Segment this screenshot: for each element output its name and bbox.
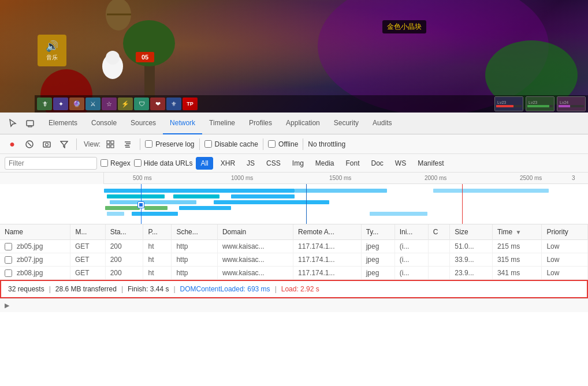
filter-css-button[interactable]: CSS: [262, 157, 285, 170]
cell-0-2: 200: [105, 240, 143, 253]
cell-0-4: http: [172, 240, 218, 253]
tab-application[interactable]: Application: [279, 113, 327, 134]
tick-2500: 2500 ms: [520, 175, 542, 181]
tick-2000: 2000 ms: [425, 175, 446, 181]
tick-3000: 3: [572, 175, 575, 181]
col-status[interactable]: Sta...: [105, 224, 143, 240]
grid-view-button[interactable]: [103, 137, 118, 152]
filter-xhr-button[interactable]: XHR: [217, 157, 239, 170]
disable-cache-group[interactable]: Disable cache: [204, 140, 258, 148]
hide-data-urls-checkbox[interactable]: [134, 159, 142, 167]
svg-rect-22: [559, 105, 570, 107]
cell-1-0: zb07.jpg: [0, 253, 70, 266]
cell-2-12: Low: [542, 267, 588, 280]
cell-1-4: http: [172, 253, 218, 267]
game-area: 05 金色小晶块 🔊 音乐 🗡 ✦ 🔮 ⚔ ☆ ⚡ 🛡 ❤ ⚜ TP Lv23: [0, 0, 588, 113]
capture-screenshot-button[interactable]: [39, 137, 54, 152]
network-table-container[interactable]: Name M... Sta... P... Sche... Domain Rem…: [0, 224, 588, 280]
device-toolbar-button[interactable]: [22, 115, 38, 132]
col-initiator[interactable]: Ini...: [395, 224, 428, 240]
clear-button[interactable]: [22, 137, 37, 152]
col-domain[interactable]: Domain: [217, 224, 293, 240]
cell-0-1: GET: [70, 240, 105, 253]
tab-console[interactable]: Console: [84, 113, 124, 134]
cell-1-1: GET: [70, 253, 105, 267]
cell-0-7: jpeg: [361, 240, 395, 253]
table-body: zb05.jpgGET200hthttpwww.kaisac...117.174…: [0, 240, 588, 280]
select-element-button[interactable]: [5, 115, 21, 132]
tab-audits[interactable]: Audits: [366, 113, 399, 134]
cell-0-9: [428, 240, 450, 253]
cell-2-6: 117.174.1...: [293, 267, 362, 280]
preserve-log-group[interactable]: Preserve log: [145, 140, 194, 148]
filter-img-button[interactable]: Img: [288, 157, 308, 170]
table-row[interactable]: zb08.jpgGET200hthttpwww.kaisac...117.174…: [0, 267, 588, 280]
network-table: Name M... Sta... P... Sche... Domain Rem…: [0, 224, 588, 280]
sound-icon[interactable]: 🔊 音乐: [38, 35, 66, 66]
cell-2-3: ht: [143, 267, 172, 280]
col-protocol[interactable]: P...: [143, 224, 172, 240]
col-method[interactable]: M...: [70, 224, 105, 240]
regex-group[interactable]: Regex: [101, 159, 131, 167]
svg-rect-24: [28, 126, 32, 127]
col-cookies[interactable]: C: [428, 224, 450, 240]
tab-timeline[interactable]: Timeline: [202, 113, 242, 134]
cell-2-0: zb08.jpg: [0, 267, 70, 279]
svg-rect-14: [496, 105, 513, 107]
preserve-log-checkbox[interactable]: [145, 140, 152, 148]
record-button[interactable]: ●: [5, 137, 20, 152]
row-checkbox[interactable]: [5, 256, 12, 264]
col-remote[interactable]: Remote A...: [293, 224, 362, 240]
filter-js-button[interactable]: JS: [243, 157, 259, 170]
cell-2-7: jpeg: [361, 267, 395, 280]
throttle-label: No throttling: [308, 140, 345, 148]
offline-group[interactable]: Offline: [268, 140, 298, 148]
col-name[interactable]: Name: [0, 224, 70, 240]
cell-1-8: (i...: [395, 253, 428, 267]
cell-2-8: (i...: [395, 267, 428, 280]
cell-1-7: jpeg: [361, 253, 395, 267]
hide-data-urls-group[interactable]: Hide data URLs: [134, 159, 193, 167]
cell-0-11: 215 ms: [492, 240, 542, 253]
filter-doc-button[interactable]: Doc: [367, 157, 388, 170]
filter-input[interactable]: [5, 157, 97, 170]
table-row[interactable]: zb05.jpgGET200hthttpwww.kaisac...117.174…: [0, 240, 588, 253]
row-checkbox[interactable]: [5, 269, 12, 277]
tick-500: 500 ms: [133, 175, 152, 181]
col-size[interactable]: Size: [450, 224, 493, 240]
tab-security[interactable]: Security: [327, 113, 366, 134]
toolbar-separator-4: [263, 138, 263, 150]
filter-ws-button[interactable]: WS: [391, 157, 410, 170]
waterfall-view-button[interactable]: [120, 137, 135, 152]
regex-checkbox[interactable]: [101, 159, 108, 167]
devtools-tabs: Elements Console Sources Network Timelin…: [0, 113, 588, 134]
table-row[interactable]: zb07.jpgGET200hthttpwww.kaisac...117.174…: [0, 253, 588, 267]
tab-elements[interactable]: Elements: [42, 113, 84, 134]
offline-checkbox[interactable]: [268, 140, 276, 148]
finish-time: Finish: 3.44 s: [128, 285, 169, 293]
svg-text:Lv23: Lv23: [529, 100, 537, 104]
filter-font-button[interactable]: Font: [342, 157, 364, 170]
table-header-row: Name M... Sta... P... Sche... Domain Rem…: [0, 224, 588, 240]
col-priority[interactable]: Priority: [542, 224, 588, 240]
col-scheme[interactable]: Sche...: [172, 224, 218, 240]
col-time[interactable]: Time ▼: [492, 224, 542, 240]
disable-cache-checkbox[interactable]: [204, 140, 212, 148]
filter-button[interactable]: [57, 137, 72, 152]
tab-sources[interactable]: Sources: [124, 113, 163, 134]
cell-2-11: 341 ms: [492, 267, 542, 280]
console-arrow[interactable]: ▶: [5, 302, 9, 309]
col-type[interactable]: Ty...: [361, 224, 395, 240]
tab-network[interactable]: Network: [163, 113, 202, 134]
cell-0-8: (i...: [395, 240, 428, 253]
filter-manifest-button[interactable]: Manifest: [414, 157, 448, 170]
filter-all-button[interactable]: All: [196, 157, 213, 170]
timeline-area: 500 ms 1000 ms 1500 ms 2000 ms 2500 ms 3: [0, 173, 588, 224]
svg-rect-33: [111, 145, 114, 148]
row-checkbox[interactable]: [5, 243, 12, 250]
status-bar: 32 requests | 28.6 MB transferred | Fini…: [0, 280, 588, 298]
cell-2-1: GET: [70, 267, 105, 280]
tab-profiles[interactable]: Profiles: [242, 113, 279, 134]
filter-media-button[interactable]: Media: [311, 157, 338, 170]
view-label: View:: [84, 140, 101, 148]
